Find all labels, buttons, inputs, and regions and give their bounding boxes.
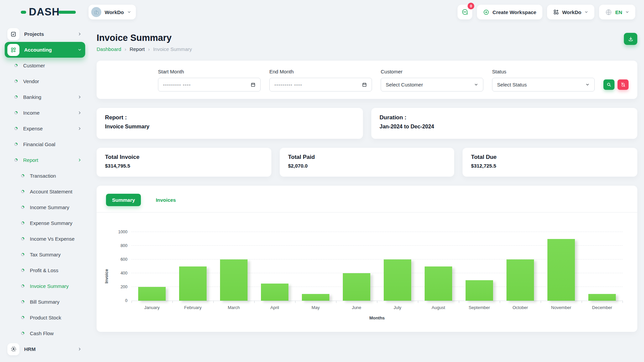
sidebar-item-expense-summary[interactable]: Expense Summary (5, 215, 85, 231)
chart-x-tick-label: March (213, 305, 254, 310)
chart-plot-area: 02004006008001000 (131, 232, 623, 301)
messages-button[interactable]: 0 (458, 5, 472, 19)
apply-filter-button[interactable] (603, 79, 614, 90)
report-label: Report : (105, 114, 355, 121)
chart-y-tick-label: 400 (120, 271, 127, 276)
sidebar-item-bill-summary[interactable]: Bill Summary (5, 294, 85, 310)
sidebar-item-label: Income Vs Expense (30, 236, 82, 242)
workdo-menu-button[interactable]: WorkDo (547, 5, 594, 19)
start-month-label: Start Month (158, 69, 261, 74)
bullet-icon (21, 253, 24, 256)
status-select[interactable]: Select Status (492, 78, 595, 92)
chart-x-tick (131, 301, 132, 303)
chevron-down-icon (584, 10, 588, 14)
chart-bar-slot (459, 232, 500, 301)
chart-bar-slot (254, 232, 295, 301)
sidebar-item-profit-loss[interactable]: Profit & Loss (5, 262, 85, 278)
chart-bar-june (343, 273, 371, 301)
dash-logo: DASH (19, 6, 70, 18)
customer-label: Customer (381, 69, 483, 74)
bullet-icon (14, 142, 18, 146)
chart-bar-january (138, 287, 166, 301)
bullet-icon (14, 79, 18, 83)
workspace-avatar (91, 7, 101, 17)
chart-bar-slot (336, 232, 377, 301)
language-selector[interactable]: EN (599, 5, 635, 19)
chart-bar-slot (541, 232, 582, 301)
breadcrumb-report[interactable]: Report (129, 46, 145, 52)
bullet-icon (21, 284, 24, 288)
sidebar-item-label: Projects (24, 31, 77, 37)
sidebar-item-cash-flow[interactable]: Cash Flow (5, 325, 85, 341)
bullet-icon (21, 268, 24, 272)
sidebar-item-income[interactable]: Income (5, 105, 85, 121)
sidebar-item-hrm[interactable]: HRM (5, 341, 85, 357)
chevron-right-icon (77, 95, 82, 99)
sidebar-item-invoice-summary[interactable]: Invoice Summary (5, 278, 85, 294)
sidebar-item-vendor[interactable]: Vendor (5, 73, 85, 89)
sidebar-item-label: Account Statement (30, 189, 82, 194)
sidebar-item-report[interactable]: Report (5, 152, 85, 168)
chart-bar-slot (213, 232, 254, 301)
chart-bar-august (425, 266, 452, 301)
sidebar-item-projects[interactable]: Projects (5, 26, 85, 42)
breadcrumb-invoice-summary: Invoice Summary (153, 46, 192, 52)
sidebar-item-financial-goal[interactable]: Financial Goal (5, 136, 85, 152)
breadcrumb-separator: › (124, 46, 126, 52)
sidebar-item-customer[interactable]: Customer (5, 58, 85, 73)
chart-bar-slot (172, 232, 213, 301)
download-report-button[interactable] (624, 33, 637, 45)
filter-panel: Start Month --------- ---- End Month ---… (97, 61, 637, 99)
sidebar-item-tax-summary[interactable]: Tax Summary (5, 247, 85, 262)
chart-bar-november (547, 239, 575, 301)
total-card-total-paid: Total Paid$2,070.0 (280, 148, 454, 177)
customer-select[interactable]: Select Customer (381, 78, 483, 92)
chart-bar-march (220, 259, 248, 301)
chart-x-tick-label: October (500, 305, 541, 310)
bullet-icon (14, 95, 18, 99)
tab-summary[interactable]: Summary (106, 194, 141, 206)
tab-invoices[interactable]: Invoices (150, 194, 182, 206)
chart-tabs: SummaryInvoices (97, 194, 637, 206)
sidebar-item-account-statement[interactable]: Account Statement (5, 184, 85, 199)
chart-x-tick-label: January (131, 305, 172, 310)
breadcrumb-separator: › (148, 46, 150, 52)
building-icon (94, 9, 99, 15)
chart-x-tick (295, 301, 296, 303)
status-label: Status (492, 69, 595, 74)
reset-filter-button[interactable] (618, 79, 629, 90)
chart-x-axis-labels: JanuaryFebruaryMarchAprilMayJuneJulyAugu… (131, 305, 623, 310)
sidebar-item-label: Transaction (30, 173, 82, 179)
bullet-icon (21, 316, 24, 319)
total-value: $314,795.5 (105, 163, 263, 169)
search-icon (606, 82, 611, 87)
bullet-icon (14, 158, 18, 162)
chart-x-tick-label: June (336, 305, 377, 310)
bullet-icon (21, 237, 24, 241)
chart-x-tick (377, 301, 377, 303)
sidebar-item-transaction[interactable]: Transaction (5, 168, 85, 184)
sidebar-item-accounting[interactable]: Accounting (5, 42, 85, 58)
chart-y-tick-label: 1000 (118, 230, 127, 234)
chart-bar-may (302, 294, 330, 301)
plus-circle-icon (483, 9, 489, 15)
bullet-icon (14, 127, 18, 130)
create-workspace-button[interactable]: Create Workspace (477, 5, 542, 19)
sidebar-item-income-summary[interactable]: Income Summary (5, 199, 85, 215)
start-month-input[interactable]: --------- ---- (158, 78, 261, 92)
bullet-icon (21, 205, 24, 209)
sidebar-item-label: Accounting (24, 47, 77, 53)
end-month-input[interactable]: --------- ---- (269, 78, 372, 92)
report-value: Invoice Summary (105, 124, 355, 130)
breadcrumb-dashboard[interactable]: Dashboard (97, 46, 121, 52)
chevron-right-icon (77, 111, 82, 115)
chart-bar-october (506, 259, 534, 301)
total-value: $312,725.5 (471, 163, 629, 169)
workspace-switcher[interactable]: WorkDo (89, 5, 136, 19)
chevron-down-icon (585, 82, 590, 87)
sidebar-item-expense[interactable]: Expense (5, 121, 85, 136)
sidebar-item-product-stock[interactable]: Product Stock (5, 310, 85, 325)
sidebar-item-banking[interactable]: Banking (5, 89, 85, 105)
sidebar-item-income-vs-expense[interactable]: Income Vs Expense (5, 231, 85, 247)
chart-bar-july (384, 259, 412, 301)
